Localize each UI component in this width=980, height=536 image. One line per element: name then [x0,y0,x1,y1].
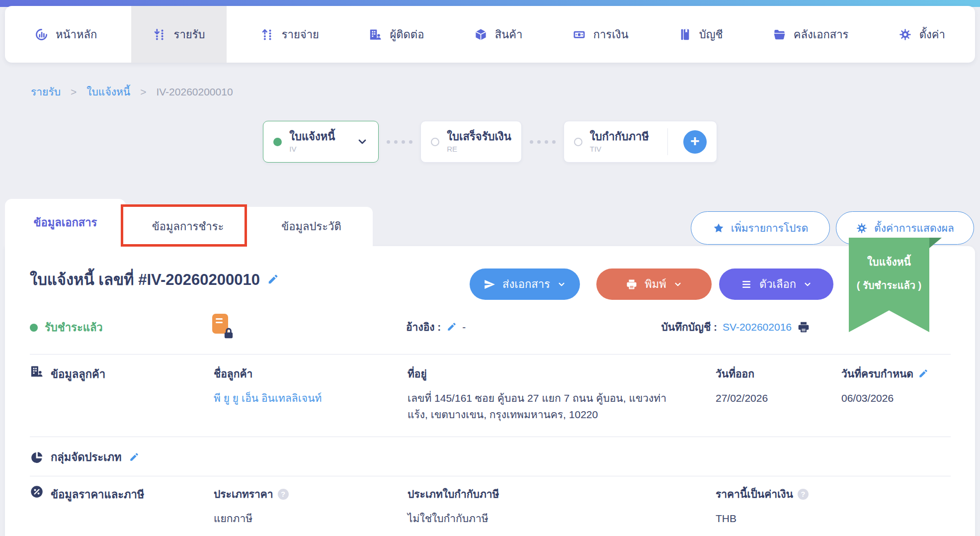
edit-classification-icon[interactable] [129,452,139,462]
percent-circle-icon [30,485,44,499]
currency-value: THB [716,511,841,527]
documents-icon [773,28,786,41]
reference-label: อ้างอิง : [406,319,441,335]
classification-label: กลุ่มจัดประเภท [51,448,122,466]
chevron-down-icon [557,280,566,289]
section-divider [30,476,951,476]
options-button[interactable]: ตัวเลือก [719,268,833,300]
step-title: ใบเสร็จรับเงิน [447,130,511,143]
send-label: ส่งเอกสาร [502,275,550,293]
due-date-value: 06/03/2026 [841,390,951,407]
main-navbar: หน้าหลัก รายรับ รายจ่าย ผู้ต [5,6,975,63]
edit-due-date-icon[interactable] [918,368,928,379]
step-code: RE [447,145,511,153]
status-row: รับชำระแล้ว อ้างอิง : - บันทึกบัญชี : SV… [5,316,975,343]
options-label: ตัวเลือก [759,275,796,293]
breadcrumb-separator: > [140,86,146,98]
step-invoice[interactable]: ใบแจ้งหนี้ IV [263,121,379,163]
step-code: TIV [590,145,649,153]
ribbon-status: ( รับชำระแล้ว ) [849,277,929,293]
issue-date-label: วันที่ออก [716,365,841,382]
nav-label: ตั้งค่า [919,26,945,43]
display-settings-label: ตั้งค่าการแสดงผล [874,220,954,236]
issue-date-field: วันที่ออก 27/02/2026 [716,365,841,423]
add-favorite-label: เพิ่มรายการโปรด [731,220,809,236]
tax-invoice-type-label: ประเภทใบกำกับภาษี [408,486,716,502]
printer-icon [626,278,638,290]
locked-document-icon [212,314,235,340]
nav-item-home[interactable]: หน้าหลัก [19,6,113,63]
chevron-down-icon [673,280,682,289]
breadcrumb-separator: > [71,86,77,98]
price-type-value: แยกภาษี [214,511,408,527]
reference-value: - [462,321,466,333]
pie-chart-icon [30,450,44,464]
ribbon-fold [929,238,942,248]
breadcrumb-current: IV-20260200010 [156,86,233,98]
pricing-section: ข้อมูลราคาและภาษี ประเภทราคา ? แยกภาษี ป… [30,486,951,527]
document-detail-card: ใบแจ้งหนี้ เลขที่ #IV-20260200010 ส่งเอก… [5,246,975,536]
add-document-button[interactable]: + [683,130,707,154]
products-icon [474,28,488,41]
section-divider [30,354,951,355]
nav-item-expense[interactable]: รายจ่าย [245,6,335,63]
send-document-button[interactable]: ส่งเอกสาร [470,268,580,300]
customer-section: ข้อมูลลูกค้า ชื่อลูกค้า พี ยู ยู เอ็น อิ… [30,365,951,423]
address-value: เลขที่ 145/161 ซอย คู้บอน 27 แยก 7 ถนน ค… [408,390,716,423]
edit-document-number-icon[interactable] [267,273,279,285]
nav-item-documents[interactable]: คลังเอกสาร [757,6,865,63]
tax-invoice-type-field: ประเภทใบกำกับภาษี ไม่ใช่ใบกำกับภาษี [408,486,716,527]
address-label: ที่อยู่ [408,365,716,382]
contacts-icon [369,28,382,41]
document-stepper: ใบแจ้งหนี้ IV ใบเสร็จรับเงิน RE ใบกำกับภ… [0,121,980,163]
customer-name-label: ชื่อลูกค้า [214,365,408,382]
customer-building-icon [30,364,44,378]
chevron-down-icon[interactable] [356,136,368,148]
step-code: IV [289,145,335,153]
nav-label: ผู้ติดต่อ [390,26,424,43]
step-receipt[interactable]: ใบเสร็จรับเงิน RE [420,121,521,163]
nav-label: คลังเอกสาร [794,26,849,43]
journal-entry-link[interactable]: SV-202602016 [723,321,792,333]
nav-item-income[interactable]: รายรับ [131,6,227,63]
nav-label: รายรับ [174,26,205,43]
chevron-down-icon [803,280,812,289]
tab-payment-info[interactable]: ข้อมูลการชำระ [126,207,250,246]
nav-label: รายจ่าย [282,26,319,43]
tab-history-info[interactable]: ข้อมูลประวัติ [250,207,373,246]
customer-address-field: ที่อยู่ เลขที่ 145/161 ซอย คู้บอน 27 แยก… [408,365,716,423]
nav-item-contacts[interactable]: ผู้ติดต่อ [353,6,440,63]
tab-document-info[interactable]: ข้อมูลเอกสาร [5,199,126,246]
help-icon[interactable]: ? [798,489,809,500]
nav-item-accounting[interactable]: บัญชี [662,6,739,63]
customer-name-field: ชื่อลูกค้า พี ยู ยู เอ็น อินเทลลิเจนท์ [214,365,408,423]
lock-icon [222,327,235,340]
help-icon[interactable]: ? [278,489,289,500]
page-title: ใบแจ้งหนี้ เลขที่ #IV-20260200010 [30,267,260,292]
print-journal-icon[interactable] [797,321,810,334]
customer-name-link[interactable]: พี ยู ยู เอ็น อินเทลลิเจนท์ [214,390,408,407]
nav-item-finance[interactable]: การเงิน [557,6,645,63]
finance-icon [572,28,586,41]
customer-section-label: ข้อมูลลูกค้า [51,365,105,383]
ribbon-title: ใบแจ้งหนี้ [849,254,929,270]
add-favorite-button[interactable]: เพิ่มรายการโปรด [691,211,830,245]
edit-reference-icon[interactable] [446,322,457,332]
breadcrumb-invoice-link[interactable]: ใบแจ้งหนี้ [86,84,130,100]
reference-field: อ้างอิง : - [406,319,466,335]
nav-label: การเงิน [593,26,629,43]
expense-icon [261,28,274,41]
nav-item-products[interactable]: สินค้า [458,6,539,63]
nav-label: หน้าหลัก [56,26,97,43]
status-dot [30,324,38,332]
nav-item-settings[interactable]: ตั้งค่า [883,6,961,63]
journal-label: บันทึกบัญชี : [661,319,717,335]
print-label: พิมพ์ [645,275,666,293]
step-status-dot [431,138,439,146]
breadcrumb-income-link[interactable]: รายรับ [31,84,61,100]
stepper-connector-dots [530,140,556,144]
step-tax-invoice[interactable]: ใบกำกับภาษี TIV + [564,121,717,163]
print-button[interactable]: พิมพ์ [596,268,712,300]
star-icon [713,222,725,234]
step-status-dot [273,138,282,146]
